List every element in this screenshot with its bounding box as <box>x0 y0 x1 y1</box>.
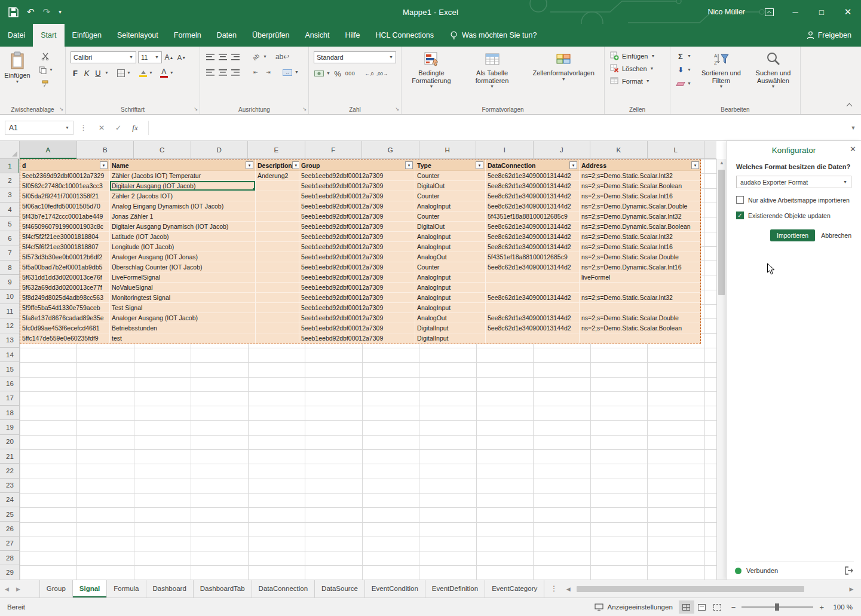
maximize-button[interactable]: □ <box>808 0 835 24</box>
paste-button[interactable]: Einfügen ▼ <box>0 50 35 89</box>
copy-icon[interactable] <box>37 65 48 75</box>
table-cell[interactable]: NoValueSignal <box>110 283 256 293</box>
table-cell[interactable]: Longitude (IOT Jacob) <box>110 242 256 252</box>
table-cell[interactable] <box>256 232 299 242</box>
column-header-l[interactable]: L <box>648 141 705 159</box>
ribbon-display-options-icon[interactable] <box>756 0 782 24</box>
increase-font-icon[interactable]: A▲ <box>164 52 174 63</box>
table-cell[interactable]: 5ee8c62d1e340900013144d2 <box>486 181 580 191</box>
table-cell[interactable]: liveFormel <box>580 272 701 283</box>
sheet-nav-right-icon[interactable]: ▶ <box>16 586 20 592</box>
table-cell[interactable] <box>256 222 299 232</box>
sheet-tab-signal[interactable]: Signal <box>73 580 108 597</box>
name-box[interactable]: A1▼ <box>5 121 73 135</box>
table-cell[interactable]: 5fa8e137d8676cadad89e35e <box>20 313 110 323</box>
table-cell[interactable]: test <box>110 333 256 344</box>
zoom-slider-thumb[interactable] <box>775 603 779 611</box>
table-cell[interactable] <box>486 272 580 283</box>
filter-button[interactable]: ▾ <box>246 161 253 169</box>
table-header-d[interactable]: d▾ <box>20 160 110 171</box>
table-cell[interactable] <box>256 262 299 272</box>
sheet-tabs-overflow-icon[interactable]: ⋮ <box>544 580 563 597</box>
table-cell[interactable]: 5ee8c62d1e340900013144d2 <box>486 323 580 333</box>
filter-button[interactable]: ▾ <box>569 161 577 169</box>
fill-button[interactable]: ⬇▼ <box>675 65 691 75</box>
sheet-tab-eventdefinition[interactable]: EventDefinition <box>425 580 485 597</box>
table-cell[interactable]: DigitalInput <box>415 333 486 344</box>
column-header-k[interactable]: K <box>590 141 648 159</box>
table-cell[interactable]: DigitalOut <box>415 181 486 191</box>
clear-button[interactable]: ▼ <box>675 78 691 89</box>
table-header-description[interactable]: Description▾ <box>256 160 299 171</box>
tab-hilfe[interactable]: Hilfe <box>338 24 368 47</box>
view-page-break-button[interactable] <box>710 600 725 614</box>
collapse-ribbon-icon[interactable] <box>847 103 853 109</box>
table-cell[interactable]: 5eeb1eebd92dbf00012a7309 <box>299 272 415 283</box>
table-cell[interactable]: 5f8d249d8025d4adb98cc563 <box>20 293 110 303</box>
insert-cells-button[interactable]: Einfügen▼ <box>605 50 670 62</box>
table-cell[interactable]: 5ee8c62d1e340900013144d2 <box>486 232 580 242</box>
row-header-4[interactable]: 4 <box>0 203 20 217</box>
tab-hcl-connections[interactable]: HCL Connections <box>368 24 442 47</box>
row-header-28[interactable]: 28 <box>0 551 20 565</box>
table-cell[interactable]: DigitalInput <box>415 323 486 333</box>
underline-button[interactable]: U <box>93 69 103 78</box>
table-cell[interactable] <box>256 201 299 212</box>
checkbox-unchecked-icon[interactable] <box>736 196 744 204</box>
table-header-type[interactable]: Type▾ <box>415 160 486 171</box>
scroll-right-icon[interactable]: ▶ <box>847 586 856 592</box>
row-header-13[interactable]: 13 <box>0 333 20 348</box>
table-cell[interactable]: ns=2;s=Demo.Static.Scalar.Int32 <box>580 232 701 242</box>
table-cell[interactable]: ns=2;s=Demo.Dynamic.Scalar.Int16 <box>580 262 701 272</box>
horizontal-scrollbar[interactable]: ◀ ▶ <box>563 580 861 597</box>
table-cell[interactable]: Änderung2 <box>256 171 299 181</box>
sheet-tab-dataconnection[interactable]: DataConnection <box>252 580 315 597</box>
table-cell[interactable]: ns=2;s=Demo.Dynamic.Scalar.Double <box>580 201 701 212</box>
column-header-h[interactable]: H <box>419 141 477 159</box>
column-header-e[interactable]: E <box>248 141 305 159</box>
align-middle-icon[interactable] <box>217 51 228 62</box>
tab-seitenlayout[interactable]: Seitenlayout <box>109 24 166 47</box>
table-cell[interactable]: 5eeb1eebd92dbf00012a7309 <box>299 293 415 303</box>
tab-einf-gen[interactable]: Einfügen <box>65 24 109 47</box>
logout-icon[interactable] <box>845 566 854 575</box>
percent-icon[interactable]: % <box>332 68 343 79</box>
row-header-6[interactable]: 6 <box>0 231 20 246</box>
expand-formula-bar-icon[interactable]: ▼ <box>845 125 861 131</box>
column-header-j[interactable]: J <box>534 141 591 159</box>
checkbox-update-objects[interactable]: ✓ Existierende Objekte updaten <box>736 212 851 219</box>
display-settings-button[interactable]: Anzeigeeinstellungen <box>595 603 672 611</box>
table-cell[interactable]: 5f43b7e1742ccc0001abe449 <box>20 212 110 222</box>
table-cell[interactable]: Monitoringtest Signal <box>110 293 256 303</box>
table-cell[interactable]: 5eeb1eebd92dbf00012a7309 <box>299 283 415 293</box>
minimize-button[interactable]: ─ <box>782 0 808 24</box>
column-header-d[interactable]: D <box>191 141 249 159</box>
filter-button[interactable]: ▾ <box>292 161 299 169</box>
table-header-name[interactable]: Name▾ <box>110 160 256 171</box>
conditional-formatting-button[interactable]: Bedingte Formatierung ▼ <box>402 50 461 89</box>
column-header-c[interactable]: C <box>134 141 191 159</box>
table-cell[interactable]: Digitaler Ausgang (IOT Jacob) <box>110 181 256 191</box>
zoom-out-icon[interactable]: − <box>731 603 736 612</box>
format-cells-button[interactable]: Format▼ <box>605 75 670 87</box>
table-cell[interactable]: Counter <box>415 191 486 201</box>
align-left-icon[interactable] <box>205 67 216 78</box>
tab-formeln[interactable]: Formeln <box>166 24 209 47</box>
row-header-1[interactable]: 1 <box>0 159 20 173</box>
borders-icon[interactable] <box>117 69 125 77</box>
table-cell[interactable]: 5f05da2f9241f70001358f21 <box>20 191 110 201</box>
row-header-17[interactable]: 17 <box>0 391 20 406</box>
align-bottom-icon[interactable] <box>230 51 241 62</box>
row-header-7[interactable]: 7 <box>0 246 20 261</box>
select-all-corner[interactable] <box>0 141 20 159</box>
sheet-tab-dashboard[interactable]: Dashboard <box>146 580 194 597</box>
table-cell[interactable]: 5f4351ef18a88100012685c9 <box>486 212 580 222</box>
table-cell[interactable]: AnalogInput <box>415 293 486 303</box>
row-header-29[interactable]: 29 <box>0 565 20 580</box>
table-cell[interactable]: DigitalOut <box>415 222 486 232</box>
font-size-combo[interactable]: 11▼ <box>138 51 162 63</box>
table-cell[interactable] <box>580 303 701 313</box>
merge-center-icon[interactable]: ↔ <box>282 67 293 78</box>
row-header-25[interactable]: 25 <box>0 507 20 522</box>
table-cell[interactable]: 5f06ac10fedfd50001505d70 <box>20 201 110 212</box>
